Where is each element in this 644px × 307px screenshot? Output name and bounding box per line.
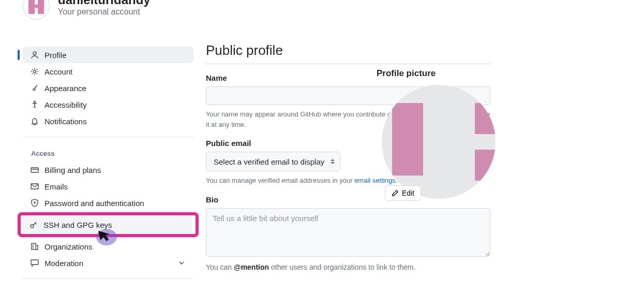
svg-point-1 (34, 70, 36, 73)
svg-point-0 (33, 52, 36, 55)
bio-textarea[interactable] (206, 208, 490, 257)
pencil-icon (392, 189, 399, 197)
sidebar-item-appearance[interactable]: Appearance (23, 80, 193, 96)
sidebar-item-notifications[interactable]: Notifications (23, 113, 193, 129)
accessibility-icon (30, 100, 39, 109)
sidebar-item-password[interactable]: Password and authentication (23, 195, 193, 211)
select-caret-icon (331, 159, 335, 164)
sidebar-item-label: Notifications (44, 117, 87, 126)
brush-icon (30, 83, 39, 93)
sidebar-item-label: Billing and plans (44, 166, 101, 174)
sidebar-item-label: Accessibility (44, 100, 87, 109)
svg-rect-9 (31, 260, 38, 265)
edit-button-label: Edit (402, 189, 414, 197)
gear-icon (30, 67, 39, 76)
sidebar-item-accessibility[interactable]: Accessibility (23, 96, 193, 113)
credit-card-icon (30, 165, 39, 174)
sidebar-item-billing[interactable]: Billing and plans (23, 162, 193, 178)
mail-icon (30, 182, 39, 191)
shield-lock-icon (30, 198, 39, 208)
sidebar-item-label: SSH and GPG keys (43, 221, 112, 229)
username: danielturidandy (58, 0, 151, 7)
person-icon (30, 50, 39, 60)
svg-point-2 (34, 101, 36, 103)
profile-picture-section: Profile picture Edit (377, 68, 511, 199)
edit-profile-picture-button[interactable]: Edit (385, 185, 421, 201)
sidebar-item-label: Moderation (44, 259, 83, 268)
svg-rect-3 (31, 168, 38, 172)
sidebar-heading-access: Access (23, 141, 193, 162)
chevron-down-icon (177, 258, 186, 268)
account-header: danielturidandy Your personal account (0, 0, 644, 27)
sidebar-item-label: Emails (44, 182, 68, 191)
sidebar-item-emails[interactable]: Emails (23, 178, 193, 195)
sidebar-item-ssh-gpg-keys[interactable]: SSH and GPG keys (22, 216, 192, 233)
svg-point-5 (34, 202, 35, 203)
organization-icon (30, 242, 39, 251)
sidebar-item-label: Organizations (44, 242, 93, 251)
bio-help: You can @mention other users and organiz… (206, 263, 490, 271)
sidebar-item-label: Account (44, 67, 72, 76)
sidebar-item-moderation[interactable]: Moderation (23, 255, 193, 271)
profile-picture-avatar (382, 85, 496, 199)
sidebar-item-label: Profile (44, 51, 67, 60)
comment-icon (30, 258, 39, 268)
settings-sidebar: Profile Account Appearance Accessibility… (23, 42, 193, 287)
account-subtitle: Your personal account (58, 7, 151, 17)
sidebar-item-account[interactable]: Account (23, 63, 193, 80)
bell-icon (30, 116, 39, 126)
key-icon (29, 220, 38, 229)
annotation-highlight: SSH and GPG keys (18, 212, 199, 237)
page-title: Public profile (206, 42, 490, 64)
avatar (23, 0, 50, 20)
sidebar-item-organizations[interactable]: Organizations (23, 238, 193, 255)
sidebar-item-label: Password and authentication (44, 199, 144, 208)
select-value: Select a verified email to display (214, 157, 324, 166)
public-email-select[interactable]: Select a verified email to display (206, 152, 340, 171)
sidebar-item-profile[interactable]: Profile (23, 47, 193, 63)
profile-picture-heading: Profile picture (377, 68, 511, 79)
sidebar-item-label: Appearance (44, 84, 86, 93)
main-content: Public profile Name Your name may appear… (206, 42, 490, 287)
